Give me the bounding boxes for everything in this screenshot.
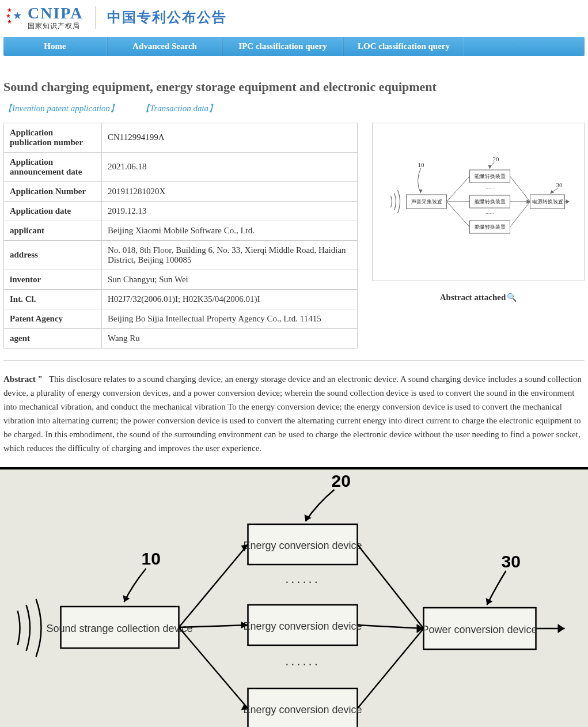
svg-text:······: ······ (485, 210, 494, 217)
svg-text:Energy conversion device: Energy conversion device (243, 704, 362, 715)
nav-loc-query[interactable]: LOC classification query (343, 37, 464, 56)
svg-text:20: 20 (493, 156, 500, 162)
table-row: applicantBeijing Xiaomi Mobile Software … (4, 221, 358, 240)
logo-stars-icon: ★ ★ ★ ★ (6, 6, 23, 29)
svg-text:声音采集装置: 声音采集装置 (411, 199, 442, 205)
table-row: Application date2019.12.13 (4, 201, 358, 221)
nav-advanced-search[interactable]: Advanced Search (107, 37, 222, 56)
field-label: Application Number (4, 181, 102, 201)
field-value: Beijing Xiaomi Mobile Software Co., Ltd. (102, 221, 358, 240)
svg-text:能量转换装置: 能量转换装置 (475, 199, 506, 205)
field-value: 201911281020X (102, 181, 358, 201)
svg-line-41 (179, 544, 248, 627)
tab-invention-patent[interactable]: Invention patent application (3, 103, 119, 114)
tab-transaction-data[interactable]: Transaction data (141, 103, 217, 114)
svg-marker-24 (527, 199, 530, 204)
table-row: Application publication numberCN11299419… (4, 123, 358, 152)
field-label: inventor (4, 270, 102, 289)
svg-marker-20 (551, 190, 555, 194)
field-value: Beijing Bo Sijia Intellectual Property A… (102, 309, 358, 328)
field-value: Wang Ru (102, 328, 358, 348)
field-value: Sun Changyu; Sun Wei (102, 270, 358, 289)
svg-marker-26 (566, 199, 570, 204)
abstract-label: Abstract " (3, 374, 43, 384)
svg-line-14 (447, 176, 470, 202)
logo: ★ ★ ★ ★ CNIPA 国家知识产权局 (6, 5, 84, 30)
divider (3, 360, 585, 361)
svg-line-16 (447, 202, 470, 227)
svg-text:10: 10 (418, 161, 425, 168)
svg-marker-3 (419, 190, 423, 193)
svg-text:······: ······ (485, 185, 494, 191)
svg-text:30: 30 (502, 552, 521, 571)
abstract: Abstract " This disclosure relates to a … (3, 372, 585, 455)
svg-text:30: 30 (556, 181, 563, 188)
table-row: Application announcement date2021.06.18 (4, 152, 358, 181)
field-label: applicant (4, 221, 102, 240)
svg-line-45 (179, 627, 248, 709)
svg-text:20: 20 (332, 471, 351, 490)
svg-text:能量转换装置: 能量转换装置 (475, 173, 506, 179)
field-value: CN112994199A (102, 123, 358, 152)
abstract-attached-link[interactable]: Abstract attached🔍 (372, 293, 585, 302)
abstract-figure-thumb[interactable]: 声音采集装置 10 能量转换装置 ······ 能量转换装置 ······ 能量… (372, 123, 585, 281)
header: ★ ★ ★ ★ CNIPA 国家知识产权局 中国专利公布公告 (0, 0, 588, 35)
nav-bar: Home Advanced Search IPC classification … (3, 37, 585, 56)
svg-text:······: ······ (285, 574, 320, 589)
table-row: Patent AgencyBeijing Bo Sijia Intellectu… (4, 309, 358, 328)
table-row: Application Number201911281020X (4, 181, 358, 201)
magnify-icon: 🔍 (507, 293, 517, 302)
table-row: inventorSun Changyu; Sun Wei (4, 270, 358, 289)
svg-text:Sound strange collection devic: Sound strange collection device (46, 623, 192, 634)
field-value: 2021.06.18 (102, 152, 358, 181)
field-value: No. 018, 8th Floor, Building 6, No. 33, … (102, 240, 358, 270)
field-label: address (4, 240, 102, 270)
svg-marker-56 (558, 624, 565, 633)
logo-abbr: CNIPA (28, 5, 84, 22)
nav-ipc-query[interactable]: IPC classification query (222, 37, 343, 56)
diagram-thumb-icon: 声音采集装置 10 能量转换装置 ······ 能量转换装置 ······ 能量… (378, 156, 578, 248)
svg-line-21 (510, 176, 530, 202)
svg-line-51 (358, 544, 424, 628)
svg-text:Power conversion device: Power conversion device (422, 624, 537, 635)
site-title: 中国专利公布公告 (107, 8, 227, 26)
svg-marker-13 (488, 165, 492, 169)
field-label: Patent Agency (4, 309, 102, 328)
svg-text:10: 10 (142, 549, 161, 568)
field-label: Int. Cl. (4, 289, 102, 309)
field-label: Application announcement date (4, 152, 102, 181)
svg-text:能量转换装置: 能量转换装置 (475, 224, 506, 230)
tabs: Invention patent application Transaction… (3, 103, 585, 114)
field-label: agent (4, 328, 102, 348)
info-table: Application publication numberCN11299419… (3, 123, 358, 349)
field-value: H02J7/32(2006.01)I; H02K35/04(2006.01)I (102, 289, 358, 309)
table-row: agentWang Ru (4, 328, 358, 348)
logo-subtitle: 国家知识产权局 (28, 22, 84, 30)
nav-home[interactable]: Home (3, 37, 107, 56)
field-label: Application date (4, 201, 102, 221)
field-value: 2019.12.13 (102, 201, 358, 221)
diagram-large: 20 Energy conversion device ······ Energ… (0, 467, 588, 727)
svg-line-53 (358, 628, 424, 709)
svg-text:电源转换装置: 电源转换装置 (532, 199, 563, 205)
svg-line-23 (510, 202, 530, 227)
svg-line-52 (358, 625, 424, 628)
abstract-text: This disclosure relates to a sound charg… (3, 374, 582, 453)
svg-text:······: ······ (285, 657, 320, 671)
field-label: Application publication number (4, 123, 102, 152)
page-title: Sound charging equipment, energy storage… (3, 79, 585, 94)
table-row: addressNo. 018, 8th Floor, Building 6, N… (4, 240, 358, 270)
svg-text:Energy conversion device: Energy conversion device (243, 540, 362, 551)
table-row: Int. Cl.H02J7/32(2006.01)I; H02K35/04(20… (4, 289, 358, 309)
header-divider (95, 6, 96, 29)
svg-text:Energy conversion device: Energy conversion device (243, 620, 362, 632)
